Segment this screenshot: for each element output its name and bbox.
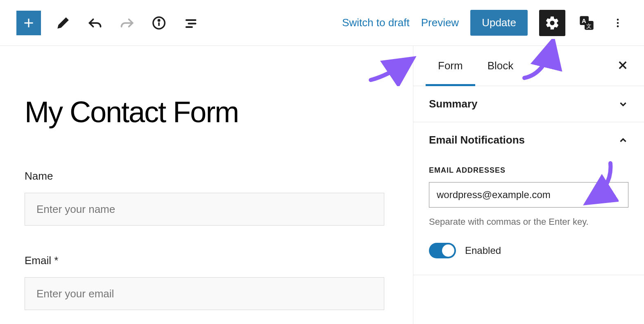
top-toolbar: Switch to draft Preview Update A文	[0, 0, 644, 46]
email-notifications-panel: Email Notifications EMAIL ADDRESSES Sepa…	[413, 122, 644, 275]
toolbar-left-group	[16, 11, 201, 35]
svg-point-12	[617, 25, 619, 27]
main-area: My Contact Form Name Email * Form Block …	[0, 46, 644, 324]
email-addresses-help: Separate with commas or the Enter key.	[429, 217, 628, 227]
email-notifications-panel-body: EMAIL ADDRESSES Separate with commas or …	[413, 158, 644, 275]
undo-button[interactable]	[85, 13, 105, 33]
list-outline-icon	[184, 16, 198, 30]
redo-icon	[120, 16, 134, 30]
name-input[interactable]	[25, 193, 384, 226]
email-addresses-heading: EMAIL ADDRESSES	[429, 166, 628, 175]
enabled-toggle-row: Enabled	[429, 243, 628, 258]
name-label: Name	[25, 170, 384, 183]
email-notifications-panel-title: Email Notifications	[429, 134, 525, 146]
svg-point-10	[617, 18, 619, 21]
translate-icon: A文	[578, 15, 595, 31]
undo-icon	[88, 16, 102, 30]
outline-button[interactable]	[181, 13, 201, 33]
settings-button[interactable]	[539, 10, 565, 36]
email-notifications-panel-toggle[interactable]: Email Notifications	[413, 122, 644, 158]
email-field: Email *	[25, 254, 384, 310]
info-button[interactable]	[149, 13, 169, 33]
editor-canvas: My Contact Form Name Email *	[0, 46, 413, 324]
email-label: Email *	[25, 254, 384, 267]
settings-sidebar: Form Block Summary Email Notifications E…	[413, 46, 644, 324]
tab-block[interactable]: Block	[475, 46, 526, 86]
enabled-toggle[interactable]	[429, 243, 456, 258]
plus-icon	[21, 16, 36, 30]
summary-panel-title: Summary	[429, 98, 478, 110]
chevron-up-icon	[618, 135, 628, 146]
email-input[interactable]	[25, 277, 384, 310]
more-vertical-icon	[612, 17, 624, 29]
svg-point-2	[158, 19, 159, 21]
pencil-icon	[56, 16, 70, 30]
email-addresses-input[interactable]	[429, 182, 628, 208]
summary-panel: Summary	[413, 86, 644, 122]
chevron-down-icon	[618, 99, 628, 110]
more-options-button[interactable]	[608, 13, 628, 33]
svg-text:A: A	[582, 17, 586, 24]
gear-icon	[544, 15, 560, 31]
page-title[interactable]: My Contact Form	[25, 95, 384, 129]
preview-button[interactable]: Preview	[421, 16, 459, 29]
translate-button[interactable]: A文	[577, 13, 596, 33]
redo-button[interactable]	[117, 13, 137, 33]
add-block-button[interactable]	[16, 11, 41, 35]
edit-mode-button[interactable]	[53, 13, 73, 33]
info-icon	[152, 16, 166, 30]
svg-point-11	[617, 22, 619, 24]
close-icon	[617, 59, 628, 71]
update-button[interactable]: Update	[470, 10, 528, 36]
name-field: Name	[25, 170, 384, 254]
svg-text:文: 文	[586, 23, 592, 29]
toolbar-right-group: Switch to draft Preview Update A文	[342, 10, 628, 36]
enabled-toggle-label: Enabled	[465, 245, 501, 256]
close-sidebar-button[interactable]	[617, 59, 628, 73]
switch-to-draft-button[interactable]: Switch to draft	[342, 16, 410, 29]
summary-panel-toggle[interactable]: Summary	[413, 86, 644, 122]
sidebar-tabs: Form Block	[413, 46, 644, 86]
tab-form[interactable]: Form	[426, 46, 475, 86]
